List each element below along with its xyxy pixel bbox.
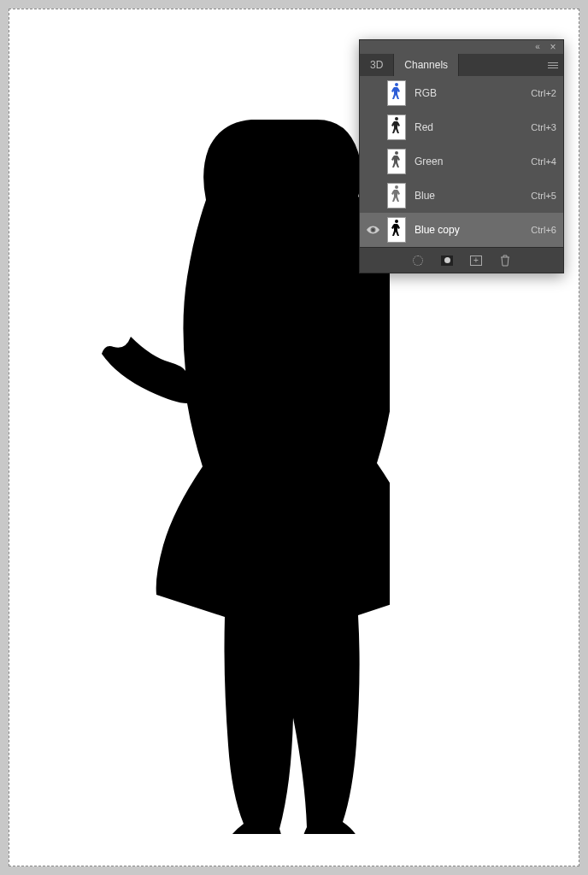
delete-channel-icon[interactable] <box>498 254 512 267</box>
channel-label: Blue <box>411 190 526 202</box>
channel-shortcut: Ctrl+4 <box>531 156 556 167</box>
channel-list: RGBCtrl+2RedCtrl+3GreenCtrl+4BlueCtrl+5B… <box>360 76 563 247</box>
panel-menu-button[interactable] <box>543 54 563 76</box>
channel-shortcut: Ctrl+3 <box>531 122 556 132</box>
silhouette-image <box>99 116 390 834</box>
panel-footer: + <box>360 247 563 273</box>
channel-row[interactable]: RedCtrl+3 <box>360 110 563 144</box>
panel-titlebar: « × <box>360 40 563 54</box>
save-selection-mask-icon[interactable] <box>440 254 454 267</box>
channel-row[interactable]: GreenCtrl+4 <box>360 144 563 179</box>
tab-channels[interactable]: Channels <box>394 54 459 76</box>
channel-thumbnail <box>387 217 406 243</box>
collapse-icon[interactable]: « <box>532 43 543 51</box>
channel-thumbnail <box>387 115 406 140</box>
channel-thumbnail <box>387 80 406 106</box>
channel-shortcut: Ctrl+5 <box>531 191 556 201</box>
tab-3d[interactable]: 3D <box>360 54 394 76</box>
channel-label: RGB <box>411 87 526 99</box>
channel-row[interactable]: Blue copyCtrl+6 <box>360 213 563 247</box>
close-icon[interactable]: × <box>548 42 558 52</box>
tab-label: Channels <box>404 59 448 71</box>
channel-shortcut: Ctrl+6 <box>531 225 556 235</box>
document-canvas[interactable]: « × 3D Channels RGBCtrl+2RedCtrl+3GreenC… <box>9 9 579 866</box>
new-channel-icon[interactable]: + <box>469 254 483 267</box>
visibility-toggle[interactable] <box>363 226 382 234</box>
channel-row[interactable]: BlueCtrl+5 <box>360 179 563 213</box>
channel-row[interactable]: RGBCtrl+2 <box>360 76 563 110</box>
channel-label: Green <box>411 156 526 167</box>
svg-point-0 <box>372 229 374 232</box>
channel-thumbnail <box>387 149 406 174</box>
channel-label: Blue copy <box>411 224 526 236</box>
channels-panel: « × 3D Channels RGBCtrl+2RedCtrl+3GreenC… <box>359 39 564 273</box>
panel-tabs: 3D Channels <box>360 54 563 76</box>
tab-label: 3D <box>370 59 383 71</box>
channel-label: Red <box>411 121 526 133</box>
channel-shortcut: Ctrl+2 <box>531 88 556 98</box>
hamburger-icon <box>548 61 558 70</box>
load-selection-icon[interactable] <box>411 254 425 267</box>
channel-thumbnail <box>387 183 406 208</box>
